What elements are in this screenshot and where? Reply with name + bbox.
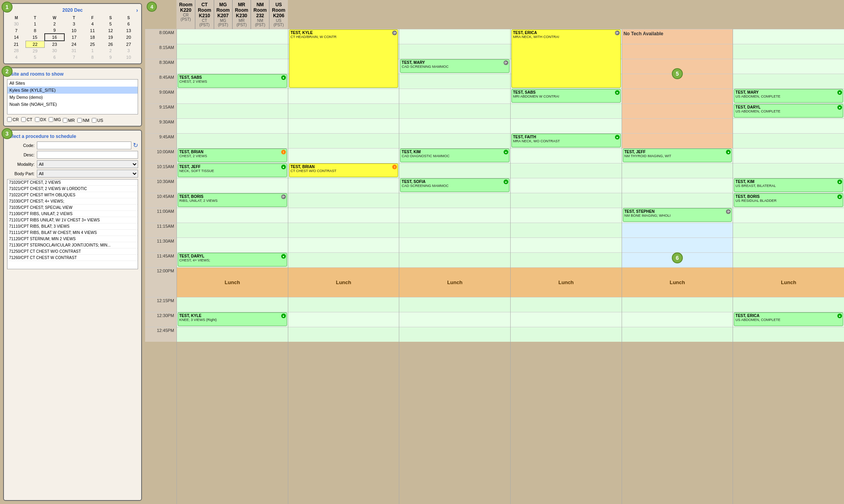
procedure-item[interactable]: 71111/CPT RIBS, BILAT W CHEST; MIN 4 VIE… (7, 230, 138, 236)
modality-checkbox-nm[interactable]: NM (77, 118, 89, 123)
site-list-item[interactable]: Kyles Site (KYLE_SITE) (7, 87, 138, 94)
room-slot[interactable] (622, 44, 733, 59)
appointment-block[interactable]: TEST, JEFFNM THYROID IMAGING, WIT● (623, 149, 732, 162)
appointment-block[interactable]: TEST, BORISRIBS, UNILAT; 2 VIEWS⟳ (178, 193, 287, 207)
room-slot[interactable] (622, 178, 733, 193)
room-slot[interactable] (288, 89, 399, 103)
room-slot[interactable] (288, 237, 399, 252)
cal-day[interactable]: 16 (45, 34, 65, 41)
appointment-block[interactable]: TEST, BRIANCT CHEST W/O CONTRAST! (289, 163, 398, 177)
room-slot[interactable] (511, 252, 622, 267)
room-slot[interactable] (399, 237, 510, 252)
room-slot[interactable] (177, 118, 288, 133)
procedure-item[interactable]: 71260/CPT CT CHEST W CONTRAST (7, 255, 138, 261)
room-slot[interactable] (511, 118, 622, 133)
cal-day[interactable]: 4 (84, 21, 102, 27)
procedure-item[interactable]: 71022/CPT CHEST WITH OBLIQUES (7, 192, 138, 198)
room-slot[interactable] (288, 193, 399, 208)
room-slot[interactable] (399, 252, 510, 267)
room-slot[interactable] (733, 237, 844, 252)
cal-day[interactable]: 11 (84, 27, 102, 34)
room-slot[interactable] (399, 208, 510, 223)
room-slot[interactable] (511, 297, 622, 312)
room-slot[interactable] (399, 103, 510, 118)
room-slot[interactable]: Lunch (177, 267, 288, 297)
room-slot[interactable] (733, 163, 844, 178)
room-slot[interactable] (511, 208, 622, 223)
room-slot[interactable]: Lunch (288, 267, 399, 297)
appointment-block[interactable]: TEST, BORISUS RESIDUAL BLADDER● (734, 193, 843, 207)
appointment-block[interactable]: TEST, STEPHENNM BONE IMAGING; WHOLI⟳ (623, 208, 732, 222)
cal-day[interactable]: 30 (7, 21, 25, 27)
room-slot[interactable] (622, 89, 733, 103)
room-slot[interactable] (399, 29, 510, 44)
room-slot[interactable] (622, 163, 733, 178)
room-slot[interactable]: Lunch (511, 267, 622, 297)
appointment-block[interactable]: TEST, KYLECT HEAD/BRAIN; W CONTR⟳ (289, 29, 398, 88)
room-slot[interactable] (288, 312, 399, 327)
room-slot[interactable] (733, 327, 844, 342)
room-slot[interactable] (177, 103, 288, 118)
appointment-block[interactable]: TEST, FAITHMRA NECK, WO CONTRAST● (511, 134, 621, 147)
room-slot[interactable] (288, 208, 399, 223)
cal-day[interactable]: 15 (25, 34, 44, 41)
cal-day[interactable]: 2 (102, 47, 120, 54)
room-slot[interactable] (399, 327, 510, 342)
procedure-item[interactable]: 71021/CPT CHEST; 2 VIEWS W LORDOTIC (7, 186, 138, 192)
room-slot[interactable] (733, 297, 844, 312)
room-slot[interactable] (511, 237, 622, 252)
procedure-item[interactable]: 71250/CPT CT CHEST W/O CONTRAST (7, 248, 138, 255)
cal-day[interactable]: 14 (7, 34, 25, 41)
cal-day[interactable]: 25 (84, 41, 102, 47)
room-slot[interactable] (733, 59, 844, 74)
room-slot[interactable] (399, 223, 510, 237)
bodypart-select[interactable]: All (37, 170, 138, 178)
cal-day[interactable]: 26 (102, 41, 120, 47)
room-slot[interactable] (399, 74, 510, 89)
cal-day[interactable]: 12 (102, 27, 120, 34)
room-slot[interactable] (399, 44, 510, 59)
procedure-item[interactable]: 71110/CPT RIBS, BILAT; 3 VIEWS (7, 223, 138, 230)
appointment-block[interactable]: TEST, ERICAMRA NECK, WITH CONTRA!⟳ (511, 29, 621, 88)
cal-day[interactable]: 1 (84, 47, 102, 54)
modality-checkbox-dx[interactable]: DX (35, 117, 46, 122)
room-slot[interactable] (511, 163, 622, 178)
procedure-item[interactable]: 71120/CPT STERNUM; MIN 2 VIEWS (7, 236, 138, 242)
cal-day[interactable]: 13 (120, 27, 138, 34)
cal-day[interactable]: 5 (25, 54, 44, 60)
room-slot[interactable] (399, 312, 510, 327)
room-slot[interactable] (733, 133, 844, 148)
room-slot[interactable] (288, 252, 399, 267)
site-list-item[interactable]: All Sites (7, 80, 138, 87)
room-slot[interactable] (511, 327, 622, 342)
room-slot[interactable] (399, 193, 510, 208)
appointment-block[interactable]: TEST, KIMUS BREAST, BILATERAL● (734, 178, 843, 192)
modality-checkbox-mg[interactable]: MG (49, 117, 61, 122)
room-slot[interactable] (288, 118, 399, 133)
room-slot[interactable] (733, 148, 844, 163)
room-slot[interactable] (511, 223, 622, 237)
room-slot[interactable] (733, 223, 844, 237)
cal-day[interactable]: 8 (25, 27, 44, 34)
room-slot[interactable] (511, 312, 622, 327)
refresh-icon[interactable]: ↻ (133, 141, 138, 149)
cal-day[interactable]: 1 (25, 21, 44, 27)
room-slot[interactable] (288, 327, 399, 342)
cal-day[interactable]: 4 (7, 54, 25, 60)
cal-day[interactable]: 7 (64, 54, 83, 60)
room-slot[interactable] (511, 148, 622, 163)
procedure-item[interactable]: 71101/CPT RIBS UNILAT; W/ 1V CHEST 3+ VI… (7, 217, 138, 223)
appointment-block[interactable]: TEST, SABSCHEST, 2 VIEWS● (178, 74, 287, 88)
room-slot[interactable]: Lunch (399, 267, 510, 297)
site-list[interactable]: All SitesKyles Site (KYLE_SITE)My Demo (… (7, 79, 138, 114)
room-slot[interactable] (622, 223, 733, 237)
appointment-block[interactable]: TEST, ERICAUS ABDOMEN, COMPLETE● (734, 312, 843, 326)
room-slot[interactable] (177, 237, 288, 252)
room-slot[interactable] (622, 237, 733, 252)
room-slot[interactable] (622, 297, 733, 312)
cal-next-button[interactable]: › (136, 7, 138, 13)
room-slot[interactable] (733, 74, 844, 89)
room-slot[interactable] (622, 133, 733, 148)
site-list-item[interactable]: My Demo (demo) (7, 94, 138, 101)
room-slot[interactable] (288, 178, 399, 193)
